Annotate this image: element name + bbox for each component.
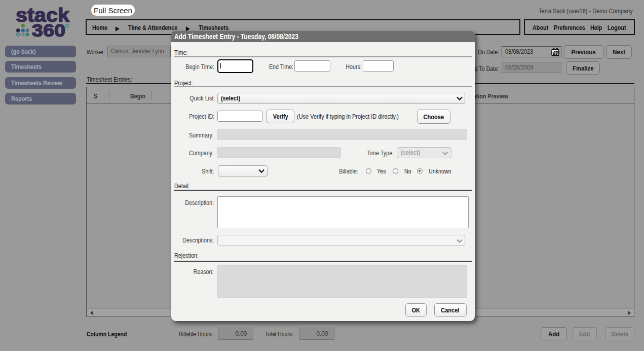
- svg-text:360: 360: [32, 20, 65, 40]
